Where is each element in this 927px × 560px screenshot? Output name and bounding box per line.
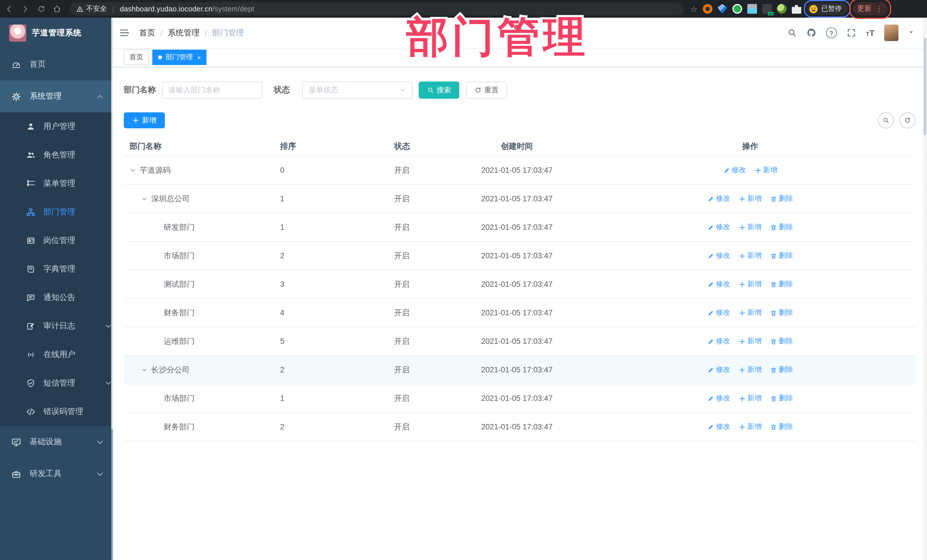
sidebar-item-角色管理[interactable]: 角色管理 xyxy=(0,141,113,169)
status-cell: 开启 xyxy=(375,165,449,175)
sidebar-item-首页[interactable]: 首页 xyxy=(0,49,113,80)
sidebar-item-label: 基础设施 xyxy=(30,437,87,447)
app-logo-row[interactable]: 芋道管理系统 xyxy=(0,18,113,49)
gear-icon xyxy=(11,91,21,101)
toggle-search-button[interactable] xyxy=(878,112,894,128)
reload-icon[interactable] xyxy=(34,2,48,16)
help-icon[interactable]: ? xyxy=(826,27,837,38)
reset-button[interactable]: 重置 xyxy=(466,82,507,99)
sidebar-item-label: 字典管理 xyxy=(43,264,113,274)
tree-expand-icon xyxy=(129,167,136,174)
row-action-删除[interactable]: 删除 xyxy=(770,279,793,289)
row-action-删除[interactable]: 删除 xyxy=(770,194,793,203)
sidebar-menu: 首页系统管理用户管理角色管理菜单管理部门管理岗位管理字典管理通知公告审计日志在线… xyxy=(0,49,113,490)
sidebar-item-基础设施[interactable]: 基础设施 xyxy=(0,426,113,458)
row-action-新增[interactable]: 新增 xyxy=(739,337,761,346)
extension-icon-key[interactable] xyxy=(777,4,786,14)
row-action-新增[interactable]: 新增 xyxy=(739,422,761,432)
tab-label: 首页 xyxy=(129,52,143,62)
refresh-icon xyxy=(475,87,482,94)
star-icon[interactable]: ☆ xyxy=(690,4,698,14)
row-action-删除[interactable]: 删除 xyxy=(770,393,793,403)
dept-name-cell: 芋道源码 xyxy=(124,165,272,175)
sidebar-item-错误码管理[interactable]: 错误码管理 xyxy=(0,398,113,426)
dept-name-input[interactable]: 请输入部门名称 xyxy=(162,82,263,99)
add-button[interactable]: 新增 xyxy=(124,112,165,128)
row-action-删除[interactable]: 删除 xyxy=(770,365,793,375)
row-action-新增[interactable]: 新增 xyxy=(739,251,761,261)
sidebar-item-在线用户[interactable]: 在线用户 xyxy=(0,340,113,369)
row-action-删除[interactable]: 删除 xyxy=(770,308,793,318)
extension-icon-blue-gem[interactable] xyxy=(717,4,727,14)
row-action-新增[interactable]: 新增 xyxy=(739,194,761,203)
row-action-新增[interactable]: 新增 xyxy=(739,365,761,375)
caret-down-icon[interactable] xyxy=(908,29,915,36)
search-button[interactable]: 搜索 xyxy=(419,82,459,99)
row-action-新增[interactable]: 新增 xyxy=(739,279,761,289)
back-icon[interactable] xyxy=(2,2,16,16)
row-action-删除[interactable]: 删除 xyxy=(770,422,793,432)
security-warning[interactable]: 不安全 xyxy=(76,4,107,14)
dept-name: 测试部门 xyxy=(164,279,195,290)
url-bar[interactable]: 不安全 | dashboard.yudao.iocoder.cn/system/… xyxy=(70,2,684,15)
home-icon[interactable] xyxy=(50,2,64,16)
url-text[interactable]: dashboard.yudao.iocoder.cn/system/dept xyxy=(120,5,254,13)
sidebar-item-研发工具[interactable]: 研发工具 xyxy=(0,458,113,490)
row-action-修改[interactable]: 修改 xyxy=(707,337,730,346)
row-action-修改[interactable]: 修改 xyxy=(707,251,730,261)
sidebar-item-字典管理[interactable]: 字典管理 xyxy=(0,255,113,284)
forward-icon[interactable] xyxy=(18,2,32,16)
sidebar-item-菜单管理[interactable]: 菜单管理 xyxy=(0,169,113,198)
row-action-修改[interactable]: 修改 xyxy=(707,279,730,289)
row-action-修改[interactable]: 修改 xyxy=(707,422,730,432)
status-select[interactable]: 菜单状态 xyxy=(302,82,412,99)
sidebar-item-用户管理[interactable]: 用户管理 xyxy=(0,112,113,141)
column-header-部门名称: 部门名称 xyxy=(124,141,272,152)
table-row: 深圳总公司1开启2021-01-05 17:03:47修改新增删除 xyxy=(124,185,916,213)
hamburger-icon[interactable] xyxy=(113,28,135,38)
close-icon[interactable]: × xyxy=(198,54,201,61)
row-action-删除[interactable]: 删除 xyxy=(770,251,793,261)
column-header-排序: 排序 xyxy=(272,141,375,152)
breadcrumb-item-系统管理[interactable]: 系统管理 xyxy=(168,28,200,38)
row-action-新增[interactable]: 新增 xyxy=(739,222,761,232)
sidebar-scrollbar[interactable] xyxy=(111,18,113,560)
github-icon[interactable] xyxy=(806,28,816,38)
extension-icon-grid[interactable] xyxy=(747,4,757,14)
profile-chip[interactable]: 已暂停 xyxy=(806,3,847,15)
search-icon[interactable] xyxy=(787,28,797,38)
sort-cell: 1 xyxy=(272,194,375,203)
row-action-修改[interactable]: 修改 xyxy=(707,308,730,318)
tab-首页[interactable]: 首页 xyxy=(124,50,149,65)
row-action-修改[interactable]: 修改 xyxy=(707,365,730,375)
puzzle-icon[interactable] xyxy=(792,4,801,14)
sidebar-item-部门管理[interactable]: 部门管理 xyxy=(0,198,113,226)
refresh-table-button[interactable] xyxy=(900,112,916,128)
tab-部门管理[interactable]: 部门管理× xyxy=(152,50,207,65)
sidebar-item-短信管理[interactable]: 短信管理 xyxy=(0,369,113,398)
sidebar-item-通知公告[interactable]: 通知公告 xyxy=(0,284,113,312)
breadcrumb-item-首页[interactable]: 首页 xyxy=(139,28,155,38)
font-size-icon[interactable]: TT xyxy=(866,28,874,38)
update-button[interactable]: 更新 ⋮ xyxy=(853,2,887,15)
row-action-修改[interactable]: 修改 xyxy=(723,165,746,175)
row-action-修改[interactable]: 修改 xyxy=(707,393,730,403)
kebab-icon[interactable]: ⋮ xyxy=(875,5,883,12)
extension-icon-green-circle[interactable] xyxy=(732,4,742,14)
extension-icon-orange[interactable] xyxy=(702,4,712,14)
row-action-修改[interactable]: 修改 xyxy=(707,194,730,203)
row-action-删除[interactable]: 删除 xyxy=(770,222,793,232)
row-action-新增[interactable]: 新增 xyxy=(739,393,761,403)
row-action-修改[interactable]: 修改 xyxy=(707,222,730,232)
sidebar-item-岗位管理[interactable]: 岗位管理 xyxy=(0,226,113,255)
row-action-新增[interactable]: 新增 xyxy=(739,308,761,318)
row-action-新增[interactable]: 新增 xyxy=(754,165,777,175)
row-action-删除[interactable]: 删除 xyxy=(770,337,793,346)
table-row: 运维部门5开启2021-01-05 17:03:47修改新增删除 xyxy=(124,327,916,356)
extension-icon-tampermonkey[interactable]: on xyxy=(762,4,772,14)
user-avatar[interactable] xyxy=(884,24,898,41)
fullscreen-icon[interactable] xyxy=(846,28,856,38)
sidebar-item-系统管理[interactable]: 系统管理 xyxy=(0,80,113,112)
page-scrollbar[interactable] xyxy=(923,18,927,560)
sidebar-item-审计日志[interactable]: 审计日志 xyxy=(0,312,113,340)
